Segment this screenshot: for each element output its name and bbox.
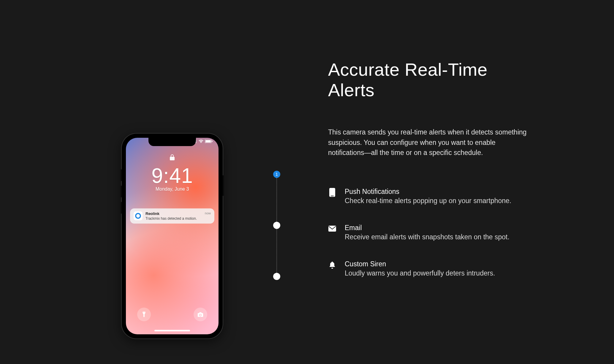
feature-title: Custom Siren	[345, 260, 495, 268]
feature-desc: Receive email alerts with snapshots take…	[345, 233, 509, 241]
phone-icon	[328, 188, 336, 197]
notification-time: now	[205, 211, 211, 215]
notification-message: Trackmix has detected a motion.	[145, 216, 202, 221]
step-connector	[276, 178, 277, 222]
feature-push-notifications: Push Notifications Check real-time alert…	[328, 188, 536, 205]
notification-card[interactable]: Reolink Trackmix has detected a motion. …	[130, 208, 214, 224]
feature-email: Email Receive email alerts with snapshot…	[328, 224, 536, 241]
feature-desc: Loudly warns you and powerfully deters i…	[345, 269, 495, 277]
lock-icon	[126, 154, 219, 162]
lockscreen-date: Monday, June 3	[126, 186, 219, 192]
notification-app-icon	[134, 211, 143, 220]
step-dot-3[interactable]	[273, 273, 280, 280]
lockscreen-time: 9:41	[126, 164, 219, 188]
step-indicator: 1	[273, 171, 280, 280]
camera-button[interactable]	[194, 308, 207, 321]
feature-title: Push Notifications	[345, 188, 511, 196]
svg-rect-2	[205, 140, 211, 143]
wifi-icon	[198, 140, 204, 143]
feature-desc: Check real-time alerts popping up on you…	[345, 197, 511, 205]
notification-app-name: Reolink	[145, 211, 202, 216]
phone-notch	[148, 138, 196, 146]
section-description: This camera sends you real-time alerts w…	[328, 127, 530, 158]
flashlight-button[interactable]	[137, 308, 151, 321]
phone-mockup: 9:41 Monday, June 3 Reolink Trackmix has…	[122, 134, 223, 338]
content-column: Accurate Real-Time Alerts This camera se…	[328, 59, 536, 277]
svg-rect-3	[212, 141, 213, 142]
home-indicator[interactable]	[154, 330, 190, 331]
lockscreen-quick-actions	[126, 308, 219, 321]
feature-list: Push Notifications Check real-time alert…	[328, 188, 536, 277]
lock-screen: 9:41 Monday, June 3	[126, 154, 219, 192]
feature-custom-siren: Custom Siren Loudly warns you and powerf…	[328, 260, 536, 277]
feature-title: Email	[345, 224, 509, 232]
section-heading: Accurate Real-Time Alerts	[328, 59, 536, 100]
bell-icon	[328, 261, 336, 269]
step-connector	[276, 229, 277, 273]
battery-icon	[205, 140, 213, 143]
step-dot-1[interactable]: 1	[273, 171, 280, 178]
step-dot-2[interactable]	[273, 222, 280, 229]
mail-icon	[328, 224, 336, 233]
phone-screen: 9:41 Monday, June 3 Reolink Trackmix has…	[126, 138, 219, 334]
svg-rect-0	[328, 226, 336, 232]
